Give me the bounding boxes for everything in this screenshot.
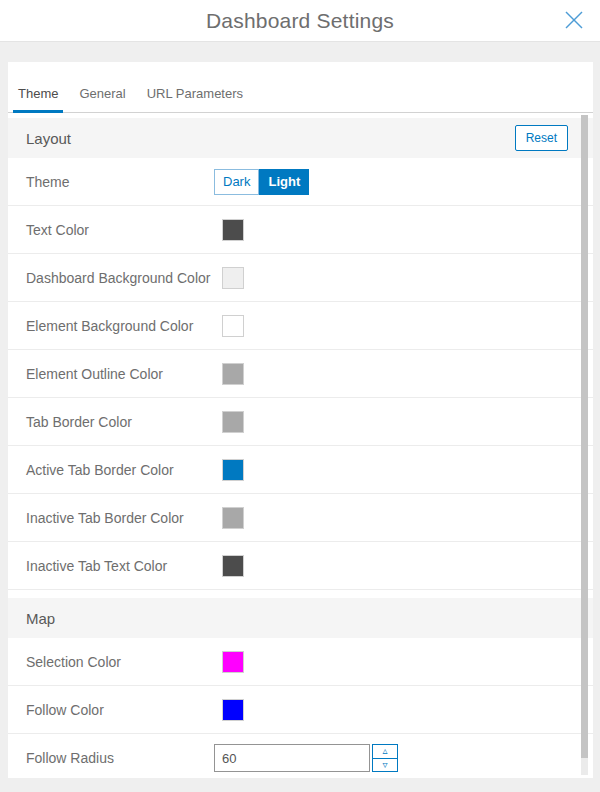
reset-button[interactable]: Reset <box>515 125 568 151</box>
dashboard-background-color-label: Dashboard Background Color <box>26 270 214 286</box>
page-title: Dashboard Settings <box>206 9 394 33</box>
section-spacer <box>8 590 593 598</box>
layout-section-title: Layout <box>26 130 515 147</box>
dashboard-background-color-row: Dashboard Background Color <box>8 254 593 302</box>
follow-radius-spinner: ▵ ▿ <box>372 744 398 772</box>
layout-section-header: Layout Reset <box>8 118 593 158</box>
text-color-swatch[interactable] <box>222 219 244 241</box>
scrollbar-thumb[interactable] <box>581 115 588 758</box>
text-color-label: Text Color <box>26 222 214 238</box>
selection-color-row: Selection Color <box>8 638 593 686</box>
theme-dark-button[interactable]: Dark <box>214 169 259 195</box>
map-section-header: Map <box>8 598 593 638</box>
selection-color-label: Selection Color <box>26 654 214 670</box>
inactive-tab-border-color-label: Inactive Tab Border Color <box>26 510 214 526</box>
theme-toggle: Dark Light <box>214 169 309 195</box>
tab-border-color-row: Tab Border Color <box>8 398 593 446</box>
tab-url-parameters[interactable]: URL Parameters <box>142 86 248 113</box>
tab-bar: Theme General URL Parameters <box>8 62 593 113</box>
tab-content: Layout Reset Theme Dark Light Text Color… <box>8 113 593 778</box>
theme-row: Theme Dark Light <box>8 158 593 206</box>
theme-light-button[interactable]: Light <box>259 169 309 195</box>
selection-color-swatch[interactable] <box>222 651 244 673</box>
theme-label: Theme <box>26 174 214 190</box>
inactive-tab-text-color-swatch[interactable] <box>222 555 244 577</box>
active-tab-border-color-label: Active Tab Border Color <box>26 462 214 478</box>
dashboard-settings-dialog: Dashboard Settings Theme General URL Par… <box>0 0 600 792</box>
tab-general[interactable]: General <box>74 86 130 113</box>
element-background-color-label: Element Background Color <box>26 318 214 334</box>
tab-theme[interactable]: Theme <box>13 86 63 113</box>
element-outline-color-row: Element Outline Color <box>8 350 593 398</box>
element-background-color-swatch[interactable] <box>222 315 244 337</box>
settings-panel: Theme General URL Parameters Layout Rese… <box>8 62 593 778</box>
element-outline-color-label: Element Outline Color <box>26 366 214 382</box>
follow-color-swatch[interactable] <box>222 699 244 721</box>
tab-border-color-label: Tab Border Color <box>26 414 214 430</box>
map-section-title: Map <box>26 610 568 627</box>
spinner-up-icon[interactable]: ▵ <box>373 745 397 759</box>
inactive-tab-border-color-row: Inactive Tab Border Color <box>8 494 593 542</box>
active-tab-border-color-swatch[interactable] <box>222 459 244 481</box>
follow-radius-input[interactable] <box>214 744 370 772</box>
active-tab-border-color-row: Active Tab Border Color <box>8 446 593 494</box>
element-outline-color-swatch[interactable] <box>222 363 244 385</box>
dashboard-background-color-swatch[interactable] <box>222 267 244 289</box>
follow-radius-row: Follow Radius ▵ ▿ <box>8 734 593 778</box>
spinner-down-icon[interactable]: ▿ <box>373 759 397 772</box>
inactive-tab-text-color-row: Inactive Tab Text Color <box>8 542 593 590</box>
close-icon[interactable] <box>563 9 585 31</box>
tab-border-color-swatch[interactable] <box>222 411 244 433</box>
scrollbar-track[interactable] <box>581 115 588 775</box>
dialog-header: Dashboard Settings <box>0 0 600 42</box>
element-background-color-row: Element Background Color <box>8 302 593 350</box>
dialog-body: Theme General URL Parameters Layout Rese… <box>0 42 600 792</box>
follow-color-row: Follow Color <box>8 686 593 734</box>
follow-color-label: Follow Color <box>26 702 214 718</box>
follow-radius-label: Follow Radius <box>26 750 214 766</box>
follow-radius-control: ▵ ▿ <box>214 744 398 772</box>
text-color-row: Text Color <box>8 206 593 254</box>
inactive-tab-text-color-label: Inactive Tab Text Color <box>26 558 214 574</box>
inactive-tab-border-color-swatch[interactable] <box>222 507 244 529</box>
